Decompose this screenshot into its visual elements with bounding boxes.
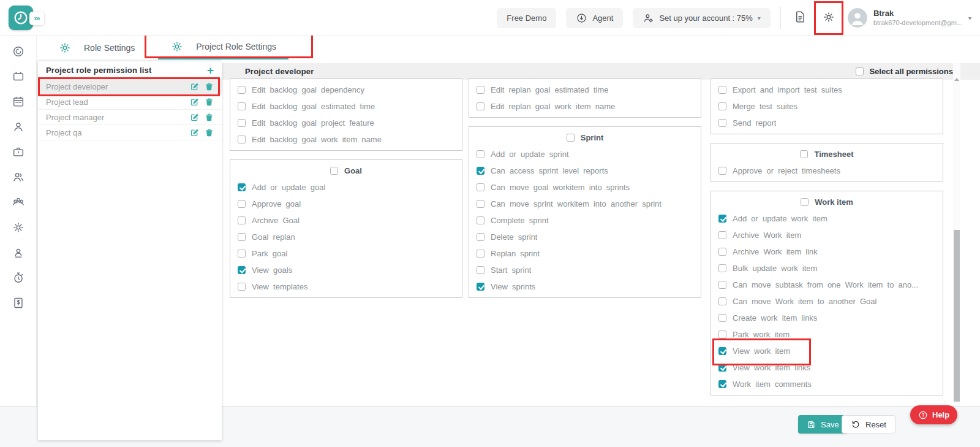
edit-icon[interactable] — [190, 128, 199, 137]
permission-item[interactable]: Add or update goal — [238, 179, 454, 196]
role-list-item[interactable]: Project qa — [38, 125, 222, 140]
permission-item[interactable]: Delete sprint — [477, 229, 693, 245]
permission-checkbox[interactable] — [238, 216, 246, 224]
permission-item[interactable]: Park work item — [718, 326, 935, 343]
permission-item[interactable]: Merge test suites — [718, 98, 935, 115]
reset-button[interactable]: Reset — [842, 415, 895, 434]
permission-checkbox[interactable] — [477, 102, 484, 110]
tab-role-settings[interactable]: Role Settings — [46, 36, 147, 59]
scrollbar-thumb[interactable] — [954, 230, 960, 402]
permission-item[interactable]: Export and import test suites — [718, 82, 935, 98]
permission-checkbox[interactable] — [238, 119, 246, 127]
role-list-item[interactable]: Project developer — [38, 79, 222, 94]
permission-item[interactable]: Work item comments — [718, 376, 935, 392]
permission-item[interactable]: Approve or reject timesheets — [718, 162, 935, 179]
role-list-item[interactable]: Project lead — [38, 94, 222, 110]
permission-checkbox[interactable] — [718, 330, 726, 338]
permission-item[interactable]: Edit backlog goal work item name — [238, 131, 454, 148]
sidebar-item-team[interactable] — [12, 196, 25, 210]
user-menu[interactable]: Btrak btrak670-development@gm... ▾ — [848, 8, 971, 28]
permission-checkbox[interactable] — [238, 233, 246, 241]
permission-checkbox[interactable] — [238, 283, 246, 291]
permission-item[interactable]: Edit backlog goal dependency — [238, 82, 454, 98]
permission-checkbox[interactable] — [718, 215, 726, 223]
save-button[interactable]: Save — [798, 415, 848, 434]
sidebar-item-person[interactable] — [12, 120, 25, 135]
permission-checkbox[interactable] — [718, 297, 726, 305]
setup-account-button[interactable]: Set up your account : 75%▾ — [633, 8, 771, 28]
sidebar-expand-button[interactable]: ››› — [29, 12, 44, 25]
sidebar-item-invoice[interactable] — [12, 296, 25, 311]
permission-item[interactable]: Archive Work item — [718, 227, 935, 243]
group-header[interactable]: Timesheet — [718, 146, 935, 162]
edit-icon[interactable] — [190, 97, 199, 107]
permission-checkbox[interactable] — [718, 119, 726, 127]
group-checkbox[interactable] — [567, 134, 575, 142]
trash-icon[interactable] — [205, 82, 214, 91]
group-header[interactable]: Sprint — [477, 129, 693, 146]
permission-checkbox[interactable] — [718, 364, 726, 372]
sidebar-item-person-badge[interactable] — [12, 246, 25, 261]
permission-item[interactable]: View work item — [718, 343, 935, 359]
permission-item[interactable]: Complete sprint — [477, 212, 693, 229]
settings-button[interactable] — [820, 8, 838, 28]
documents-button[interactable] — [791, 7, 810, 28]
sidebar-item-stopwatch[interactable] — [12, 271, 25, 286]
group-header[interactable]: Goal — [238, 162, 454, 179]
permission-item[interactable]: Archive Goal — [238, 212, 454, 229]
permission-item[interactable]: Add or update work item — [718, 210, 935, 227]
permission-checkbox[interactable] — [718, 167, 726, 175]
sidebar-item-calendar[interactable] — [12, 95, 25, 110]
permission-checkbox[interactable] — [718, 231, 726, 239]
edit-icon[interactable] — [190, 113, 199, 122]
permission-item[interactable]: Edit replan goal work item name — [477, 98, 693, 115]
select-all-checkbox[interactable] — [856, 67, 864, 75]
permission-item[interactable]: View goals — [238, 262, 454, 278]
trash-icon[interactable] — [205, 128, 214, 137]
permission-checkbox[interactable] — [477, 86, 484, 94]
group-checkbox[interactable] — [801, 198, 809, 206]
permission-checkbox[interactable] — [477, 150, 484, 158]
group-checkbox[interactable] — [800, 150, 808, 158]
permission-item[interactable]: View work item links — [718, 359, 935, 376]
trash-icon[interactable] — [205, 113, 214, 122]
permission-checkbox[interactable] — [477, 233, 484, 241]
permission-checkbox[interactable] — [477, 200, 484, 208]
scroll-up-arrow[interactable] — [954, 78, 959, 81]
sidebar-item-gear[interactable] — [12, 221, 25, 235]
sidebar-item-tv[interactable] — [12, 70, 25, 85]
permission-item[interactable]: Edit backlog goal project feature — [238, 115, 454, 131]
permission-item[interactable]: Archive Work item link — [718, 243, 935, 260]
permission-checkbox[interactable] — [718, 264, 726, 272]
permission-item[interactable]: Replan sprint — [477, 245, 693, 262]
edit-icon[interactable] — [190, 82, 199, 91]
sidebar-item-briefcase[interactable] — [12, 145, 25, 160]
help-button[interactable]: Help — [910, 405, 957, 424]
role-list-item[interactable]: Project manager — [38, 110, 222, 125]
permission-checkbox[interactable] — [477, 283, 484, 291]
permission-checkbox[interactable] — [238, 183, 246, 191]
permission-item[interactable]: Add or update sprint — [477, 146, 693, 162]
permission-item[interactable]: Can access sprint level reports — [477, 162, 693, 179]
permission-item[interactable]: View templates — [238, 278, 454, 295]
permission-item[interactable]: Edit replan goal estimated time — [477, 82, 693, 98]
permission-checkbox[interactable] — [238, 266, 246, 274]
select-all-permissions[interactable]: Select all permissions — [856, 67, 953, 76]
sidebar-item-people[interactable] — [12, 170, 25, 185]
permission-item[interactable]: Can move subtask from one Work item to a… — [718, 277, 935, 293]
permission-checkbox[interactable] — [477, 266, 484, 274]
agent-button[interactable]: Agent — [566, 8, 623, 28]
permission-checkbox[interactable] — [477, 183, 484, 191]
permission-item[interactable]: Edit backlog goal estimated time — [238, 98, 454, 115]
permission-checkbox[interactable] — [718, 86, 726, 94]
permission-checkbox[interactable] — [718, 281, 726, 289]
permission-checkbox[interactable] — [477, 167, 484, 175]
permission-checkbox[interactable] — [718, 102, 726, 110]
group-checkbox[interactable] — [330, 167, 338, 175]
permission-item[interactable]: Goal replan — [238, 229, 454, 245]
add-role-button[interactable]: + — [207, 64, 214, 76]
permission-item[interactable]: Bulk update work item — [718, 260, 935, 277]
permission-item[interactable]: Can move sprint workitem into another sp… — [477, 196, 693, 212]
sidebar-item-target[interactable] — [12, 45, 25, 59]
permission-checkbox[interactable] — [718, 380, 726, 388]
